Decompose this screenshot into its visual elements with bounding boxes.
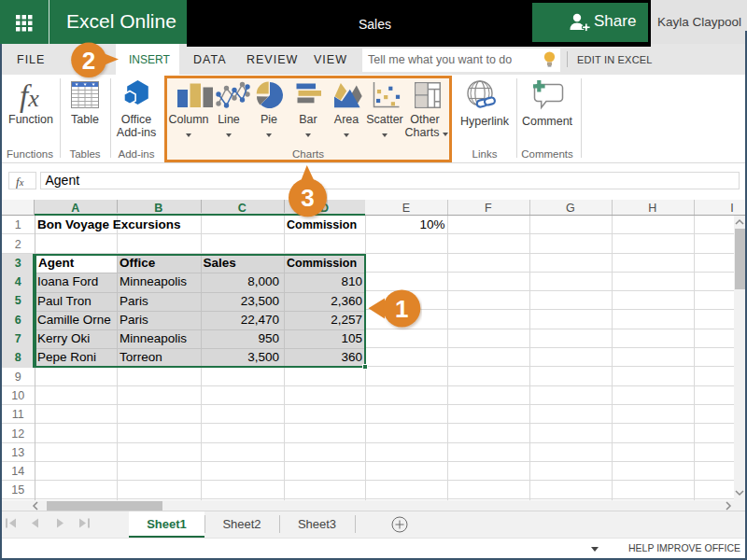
svg-text:2: 2 <box>82 47 95 75</box>
svg-text:1: 1 <box>395 295 408 323</box>
svg-text:3: 3 <box>301 184 314 212</box>
